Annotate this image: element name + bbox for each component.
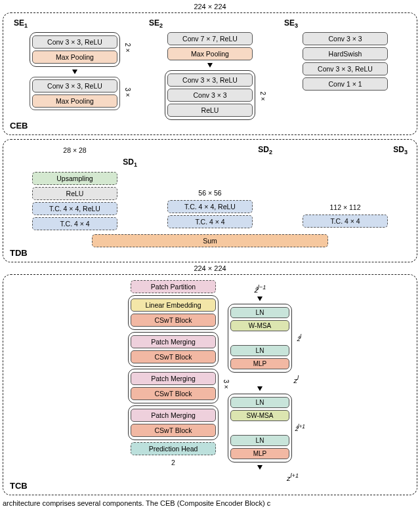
arrow-icon bbox=[257, 465, 262, 470]
sd1-b4: T.C. 4 × 4 bbox=[32, 217, 117, 230]
d2-ln2: LN bbox=[230, 435, 289, 446]
se1-mult2: 3 × bbox=[123, 88, 131, 97]
se2-label: SE2 bbox=[149, 18, 163, 29]
sd2-label: SD2 bbox=[258, 145, 272, 155]
sd2-b1: T.C. 4 × 4, ReLU bbox=[167, 200, 253, 213]
prediction-head: Prediction Head bbox=[131, 442, 216, 455]
z-out-hat: ẑl+1 bbox=[295, 423, 305, 432]
tcb-stage3: Patch Merging CSwT Block bbox=[128, 369, 219, 403]
se1-conv1: Conv 3 × 3, ReLU bbox=[32, 35, 117, 49]
diagram-root: 224 × 224 SE1 Conv 3 × 3, ReLU Max Pooli… bbox=[3, 3, 417, 507]
sd1-label: SD1 bbox=[123, 157, 137, 168]
d2-mlp: MLP bbox=[230, 448, 289, 459]
sd2-b2: T.C. 4 × 4 bbox=[167, 215, 253, 228]
detail-group1: LN W-MSA ẑl LN MLP bbox=[228, 304, 292, 372]
arrow-icon bbox=[257, 386, 262, 391]
sd1-in-dim: 28 × 28 bbox=[63, 146, 86, 154]
se1-pool1: Max Pooling bbox=[32, 51, 117, 64]
se3-label: SE3 bbox=[284, 18, 298, 29]
se1-column: SE1 Conv 3 × 3, ReLU Max Pooling 2 × Con… bbox=[10, 18, 140, 120]
tcb-label: TCB bbox=[10, 481, 28, 491]
tcb-stage4: Patch Merging CSwT Block bbox=[128, 405, 219, 440]
arrow-icon bbox=[257, 297, 262, 301]
ceb-section: SE1 Conv 3 × 3, ReLU Max Pooling 2 × Con… bbox=[3, 12, 417, 135]
tcb-stage2: Patch Merging CSwT Block bbox=[128, 332, 219, 367]
d2-ln1: LN bbox=[230, 397, 289, 408]
ceb-label: CEB bbox=[10, 121, 28, 131]
arrow-icon bbox=[207, 63, 213, 68]
tcb-stage1: Linear Embedding CSwT Block bbox=[128, 295, 219, 330]
se3-b4: Conv 1 × 1 bbox=[303, 77, 388, 91]
stage4-b1: Patch Merging bbox=[131, 409, 216, 422]
tdb-section: 28 × 28 SD1 Upsampling ReLU T.C. 4 × 4, … bbox=[3, 139, 417, 262]
sd2-column: SD2 56 × 56 T.C. 4 × 4, ReLU T.C. 4 × 4 bbox=[145, 145, 275, 230]
tcb-section: Patch Partition Linear Embedding CSwT Bl… bbox=[3, 274, 417, 496]
se2-column: SE2 Conv 7 × 7, ReLU Max Pooling Conv 3 … bbox=[145, 18, 275, 120]
d2-msa: SW-MSA bbox=[230, 410, 289, 421]
se1-mult1: 2 × bbox=[123, 43, 131, 52]
stage3-b2: CSwT Block bbox=[131, 387, 216, 400]
tcb-out: 2 bbox=[171, 459, 175, 466]
stage3-b1: Patch Merging bbox=[131, 372, 216, 385]
stage4-b2: CSwT Block bbox=[131, 424, 216, 437]
stage2-b2: CSwT Block bbox=[131, 350, 216, 363]
sd1-b2: ReLU bbox=[32, 187, 117, 200]
d1-ln1: LN bbox=[230, 307, 289, 318]
se3-b2: HardSwish bbox=[303, 47, 388, 60]
sd3-label: SD3 bbox=[393, 145, 408, 155]
se2-group: Conv 3 × 3, ReLU Conv 3 × 3 ReLU bbox=[165, 70, 255, 120]
stage2-b1: Patch Merging bbox=[131, 335, 216, 348]
z-out: zl+1 bbox=[287, 472, 299, 482]
sd3-column: SD3 112 × 112 T.C. 4 × 4 bbox=[280, 145, 410, 230]
arrow-icon bbox=[72, 70, 77, 74]
sd3-b1: T.C. 4 × 4 bbox=[303, 215, 388, 228]
se2-grelu: ReLU bbox=[167, 104, 253, 117]
stage1-b2: CSwT Block bbox=[131, 314, 216, 327]
d1-msa: W-MSA bbox=[230, 320, 289, 331]
se2-gconv1: Conv 3 × 3, ReLU bbox=[167, 73, 253, 87]
cswt-detail: ẑl−1 LN W-MSA ẑl LN MLP zl LN SW-MSA ẑl+… bbox=[228, 284, 292, 482]
se1-label: SE1 bbox=[14, 18, 28, 29]
se2-mult: 2 × bbox=[259, 92, 266, 101]
se2-pool1: Max Pooling bbox=[167, 47, 253, 60]
d1-mlp: MLP bbox=[230, 358, 289, 369]
se2-gconv2: Conv 3 × 3 bbox=[167, 89, 253, 102]
z-in: ẑl−1 bbox=[254, 284, 266, 295]
sd2-dim: 56 × 56 bbox=[198, 189, 221, 197]
stage1-b1: Linear Embedding bbox=[131, 298, 216, 312]
se3-column: SE3 Conv 3 × 3 HardSwish Conv 3 × 3, ReL… bbox=[280, 18, 410, 120]
d1-ln2: LN bbox=[230, 345, 289, 356]
z-mid: zl bbox=[293, 375, 299, 384]
se1-conv2: Conv 3 × 3, ReLU bbox=[32, 79, 117, 92]
se3-b1: Conv 3 × 3 bbox=[303, 32, 388, 45]
patch-partition: Patch Partition bbox=[131, 280, 216, 293]
tcb-main-column: Patch Partition Linear Embedding CSwT Bl… bbox=[128, 280, 219, 468]
se1-group2: Conv 3 × 3, ReLU Max Pooling bbox=[30, 77, 120, 110]
z-mid-hat: ẑl bbox=[297, 333, 301, 342]
tdb-label: TDB bbox=[10, 248, 28, 258]
se3-b3: Conv 3 × 3, ReLU bbox=[303, 62, 388, 75]
se2-conv1: Conv 7 × 7, ReLU bbox=[167, 32, 253, 45]
input-dim: 224 × 224 bbox=[3, 3, 417, 10]
caption-text: architecture comprises several component… bbox=[3, 499, 417, 507]
se1-group1: Conv 3 × 3, ReLU Max Pooling bbox=[30, 32, 120, 67]
sd1-column: 28 × 28 SD1 Upsampling ReLU T.C. 4 × 4, … bbox=[10, 145, 140, 230]
sd1-b3: T.C. 4 × 4, ReLU bbox=[32, 202, 117, 215]
sd3-dim: 112 × 112 bbox=[329, 203, 360, 211]
tdb-out-dim: 224 × 224 bbox=[3, 264, 417, 272]
sum-block: Sum bbox=[92, 234, 328, 247]
detail-group2: LN SW-MSA ẑl+1 LN MLP bbox=[228, 394, 292, 462]
sd1-b1: Upsampling bbox=[32, 172, 117, 185]
se1-pool2: Max Pooling bbox=[32, 94, 117, 108]
